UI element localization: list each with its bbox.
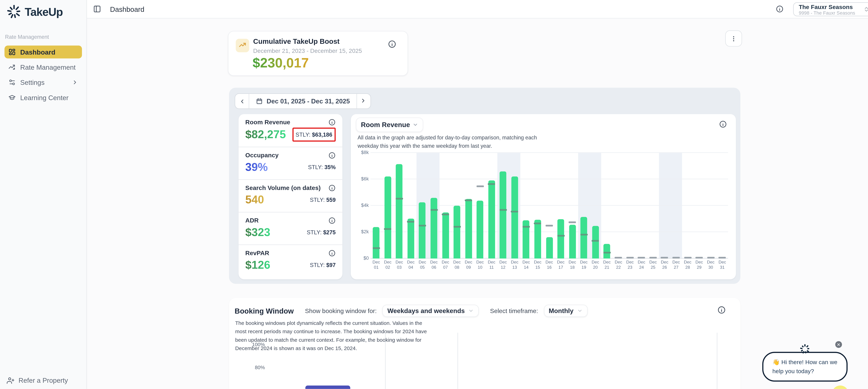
stly-dash-marker bbox=[511, 211, 518, 213]
sidebar-item-label: Learning Center bbox=[20, 93, 68, 101]
boost-card-date-range: December 21, 2023 - December 15, 2025 bbox=[253, 47, 362, 54]
chat-close-icon[interactable]: ✕ bbox=[835, 341, 842, 348]
sidebar-item-dashboard[interactable]: Dashboard bbox=[4, 46, 82, 58]
booking-chart-gridline bbox=[458, 333, 458, 389]
x-tick-label: Dec27 bbox=[671, 260, 682, 270]
revenue-chart-yaxis: $0$2k$4k$6k$8k bbox=[354, 153, 369, 258]
info-icon[interactable] bbox=[329, 185, 336, 192]
refer-a-property-link[interactable]: Refer a Property bbox=[7, 377, 68, 384]
topbar: Dashboard The Fauxr Seasons 9998 - The F… bbox=[87, 0, 868, 19]
dashboard-grid-icon bbox=[8, 48, 16, 56]
stly-value: STLY: $97 bbox=[310, 262, 336, 268]
sidebar-toggle-icon[interactable] bbox=[93, 5, 101, 13]
sidebar-item-label: Dashboard bbox=[20, 48, 55, 56]
revenue-bar bbox=[442, 213, 449, 259]
sidebar-item-learning-center[interactable]: Learning Center bbox=[4, 91, 82, 104]
page-options-kebab-button[interactable] bbox=[725, 30, 742, 47]
x-tick-label: Dec24 bbox=[636, 260, 647, 270]
takeup-burst-icon bbox=[7, 4, 21, 19]
property-detail: 9998 - The Fauxr Seasons bbox=[799, 10, 863, 16]
booking-window-title: Booking Window bbox=[235, 307, 294, 315]
sidebar-item-settings[interactable]: Settings bbox=[4, 76, 82, 89]
info-icon[interactable] bbox=[329, 217, 336, 224]
stly-dash-marker bbox=[453, 226, 461, 227]
revenue-bar bbox=[581, 217, 587, 259]
timeframe-select[interactable]: Monthly bbox=[544, 305, 587, 317]
x-tick-label: Dec07 bbox=[440, 260, 451, 270]
booking-filter-select[interactable]: Weekdays and weekends bbox=[382, 305, 479, 317]
x-tick-label: Dec12 bbox=[498, 260, 509, 270]
revenue-bar bbox=[557, 219, 564, 258]
x-tick-label: Dec15 bbox=[532, 260, 544, 270]
sidebar-item-rate-management[interactable]: Rate Management bbox=[4, 61, 82, 74]
booking-chart-gridline bbox=[385, 333, 385, 389]
stly-dash-marker bbox=[661, 257, 668, 259]
chevron-right-icon bbox=[72, 79, 78, 85]
app-window: TakeUp Rate Management Dashboard Rate Ma… bbox=[0, 0, 868, 389]
timeframe-label: Select timeframe: bbox=[490, 307, 538, 314]
stly-dash-marker bbox=[534, 223, 541, 224]
y-tick-label: $6k bbox=[361, 176, 369, 182]
revenue-bar bbox=[592, 226, 599, 259]
stly-dash-marker bbox=[430, 209, 437, 211]
metric-label: RevPAR bbox=[245, 250, 269, 256]
sidebar-item-label: Rate Management bbox=[20, 63, 75, 71]
info-icon[interactable] bbox=[388, 40, 396, 49]
x-tick-label: Dec16 bbox=[544, 260, 555, 270]
x-tick-label: Dec21 bbox=[601, 260, 613, 270]
metric-label: ADR bbox=[245, 217, 259, 224]
revenue-bar bbox=[431, 198, 437, 259]
chart-metric-select[interactable]: Room Revenue bbox=[356, 117, 424, 132]
x-tick-label: Dec17 bbox=[555, 260, 566, 270]
stly-dash-marker bbox=[569, 222, 576, 223]
x-tick-label: Dec10 bbox=[474, 260, 486, 270]
x-tick-label: Dec05 bbox=[417, 260, 428, 270]
next-date-button[interactable] bbox=[357, 94, 371, 108]
page-title: Dashboard bbox=[110, 5, 145, 13]
booking-chart-gridline bbox=[717, 333, 717, 389]
x-tick-label: Dec23 bbox=[624, 260, 636, 270]
stly-dash-marker bbox=[695, 257, 703, 259]
stly-dash-marker bbox=[673, 257, 680, 259]
chat-launcher-button[interactable] bbox=[832, 386, 849, 389]
x-tick-label: Dec04 bbox=[405, 260, 416, 270]
metric-label: Room Revenue bbox=[245, 118, 290, 125]
revenue-bar bbox=[373, 227, 380, 259]
revenue-bar bbox=[384, 176, 391, 258]
info-icon[interactable] bbox=[329, 152, 336, 159]
metric-room-revenue: Room Revenue $82,275 STLY: $63,186 bbox=[239, 114, 342, 147]
x-tick-label: Dec14 bbox=[521, 260, 532, 270]
x-tick-label: Dec18 bbox=[567, 260, 578, 270]
property-selector[interactable]: The Fauxr Seasons 9998 - The Fauxr Seaso… bbox=[793, 2, 868, 16]
stly-dash-marker bbox=[488, 184, 495, 185]
metric-value: 39% bbox=[245, 161, 268, 174]
y-tick-label: $4k bbox=[361, 202, 369, 208]
timeframe-value: Monthly bbox=[549, 307, 574, 314]
date-range-picker: Dec 01, 2025 - Dec 31, 2025 bbox=[235, 93, 371, 109]
help-info-icon[interactable] bbox=[776, 5, 784, 13]
chevron-up-down-icon bbox=[863, 6, 868, 12]
booking-window-bar bbox=[305, 386, 350, 389]
stly-dash-marker bbox=[557, 235, 564, 237]
info-icon[interactable] bbox=[719, 120, 727, 128]
prev-date-button[interactable] bbox=[235, 94, 249, 108]
chat-greeting-bubble[interactable]: 👋 Hi there! How can we help you today? bbox=[762, 352, 847, 382]
x-tick-label: Dec11 bbox=[486, 260, 497, 270]
stly-dash-marker bbox=[384, 228, 392, 230]
info-icon[interactable] bbox=[717, 306, 726, 314]
metric-occupancy: Occupancy 39% STLY: 35% bbox=[239, 147, 342, 179]
revenue-bar bbox=[500, 171, 506, 258]
booking-ytick-100: 100% bbox=[240, 342, 265, 347]
info-icon[interactable] bbox=[329, 118, 336, 126]
info-icon[interactable] bbox=[329, 250, 336, 257]
metric-value: $323 bbox=[245, 226, 270, 239]
revenue-bar bbox=[488, 180, 495, 258]
x-tick-label: Dec19 bbox=[578, 260, 590, 270]
date-range-display[interactable]: Dec 01, 2025 - Dec 31, 2025 bbox=[249, 94, 357, 108]
stly-dash-marker bbox=[638, 257, 645, 259]
stly-dash-marker bbox=[546, 225, 553, 226]
sidebar-item-label: Settings bbox=[20, 78, 44, 86]
sidebar: TakeUp Rate Management Dashboard Rate Ma… bbox=[0, 0, 87, 389]
stly-dash-marker bbox=[615, 257, 622, 259]
stly-dash-marker bbox=[465, 199, 472, 201]
